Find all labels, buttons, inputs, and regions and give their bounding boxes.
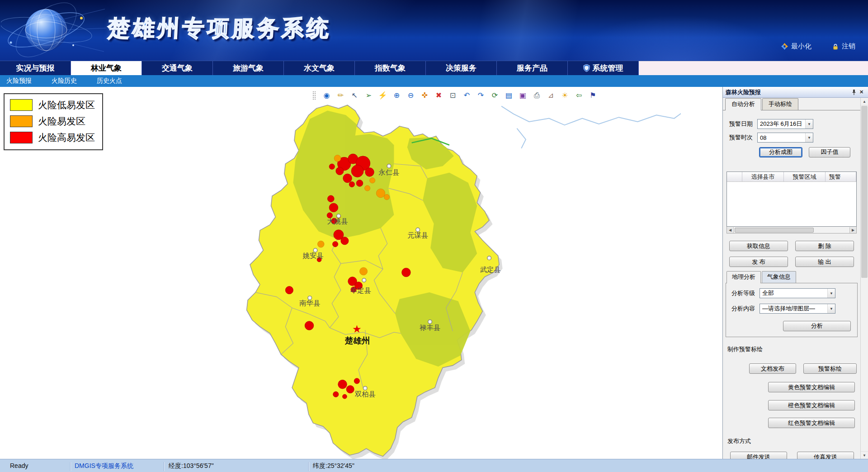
email-send-button[interactable]: 邮件发送 bbox=[730, 452, 787, 459]
tab-auto-analysis[interactable]: 自动分析 bbox=[725, 98, 761, 110]
horizontal-scroll-thumb[interactable] bbox=[735, 228, 814, 233]
table-header-warning[interactable]: 预警 bbox=[826, 172, 856, 181]
pencil-icon[interactable]: ✏ bbox=[336, 91, 345, 100]
tab-geo-analysis[interactable]: 地理分析 bbox=[726, 271, 761, 283]
panel-vertical-scrollbar[interactable]: ▲ ▼ bbox=[860, 98, 868, 459]
get-info-button[interactable]: 获取信息 bbox=[729, 241, 788, 251]
measure-icon[interactable]: ⊿ bbox=[546, 91, 556, 100]
doc-publish-button[interactable]: 文档发布 bbox=[749, 363, 796, 374]
status-bar: Ready DMGIS专项服务系统 经度:103°56'57" 纬度:25°32… bbox=[0, 459, 868, 472]
status-divider bbox=[308, 462, 309, 471]
full-extent-icon[interactable]: ⊡ bbox=[448, 91, 458, 100]
subtab-fire-risk-forecast[interactable]: 火险预报 bbox=[6, 77, 32, 85]
globe-icon[interactable]: ◉ bbox=[322, 91, 331, 100]
header-actions: 最小化 注销 bbox=[781, 42, 855, 51]
table-header-blank[interactable] bbox=[727, 172, 742, 181]
fax-send-button[interactable]: 传真发送 bbox=[797, 452, 854, 459]
layers-flag-icon[interactable]: ⚑ bbox=[588, 91, 598, 100]
lock-icon bbox=[832, 43, 839, 50]
close-icon[interactable]: ✕ bbox=[858, 88, 865, 96]
tab-live-forecast[interactable]: 实况与预报 bbox=[0, 61, 71, 75]
minimize-button[interactable]: 最小化 bbox=[781, 42, 811, 51]
toolbar-drag-handle[interactable] bbox=[313, 91, 316, 100]
warning-date-label: 预警日期 bbox=[729, 120, 757, 128]
vertical-scroll-thumb[interactable] bbox=[861, 106, 868, 278]
tab-service-products[interactable]: 服务产品 bbox=[497, 61, 568, 75]
previous-extent-icon[interactable]: ↶ bbox=[462, 91, 472, 100]
subtab-historical-fire-points[interactable]: 历史火点 bbox=[97, 77, 122, 85]
warning-table-body[interactable] bbox=[727, 182, 856, 227]
minimize-label: 最小化 bbox=[791, 42, 811, 51]
print-icon[interactable]: ⎙ bbox=[532, 91, 542, 100]
info-buttons-row: 获取信息 删 除 bbox=[723, 241, 860, 251]
yellow-warning-doc-button[interactable]: 黄色预警文档编辑 bbox=[768, 382, 855, 392]
app-header: 楚雄州专项服务系统 最小化 注销 bbox=[0, 0, 868, 61]
tab-traffic-weather[interactable]: 交通气象 bbox=[142, 61, 213, 75]
scroll-left-icon[interactable]: ◀ bbox=[727, 227, 734, 233]
image-icon[interactable]: ▣ bbox=[518, 91, 528, 100]
pan-icon[interactable]: ✜ bbox=[420, 91, 429, 100]
chevron-down-icon: ▼ bbox=[827, 289, 835, 298]
analyze-button[interactable]: 分析 bbox=[783, 321, 851, 331]
fire-risk-map[interactable]: 永仁县 大姚县 元谋县 姚安县 武定县 南华县 牟定县 禄丰县 双柏县 ★ 楚雄… bbox=[238, 100, 681, 459]
tab-manual-plot[interactable]: 手动标绘 bbox=[762, 98, 798, 110]
tab-forestry-weather[interactable]: 林业气象 bbox=[71, 61, 142, 75]
select-arrow-icon[interactable]: ➢ bbox=[364, 91, 373, 100]
warning-date-select[interactable]: 2023年 6月16日 ▼ bbox=[757, 119, 813, 129]
next-extent-icon[interactable]: ↷ bbox=[476, 91, 486, 100]
globe-logo-icon bbox=[1, 1, 106, 61]
stop-icon[interactable]: ✖ bbox=[434, 91, 443, 100]
warning-time-select[interactable]: 08 ▼ bbox=[757, 133, 813, 143]
county-label-yaoan: 姚安县 bbox=[302, 252, 324, 259]
map-area[interactable]: 火险低易发区 火险易发区 火险高易发区 ◉ ✏ ↖ ➢ ⚡ ⊕ bbox=[0, 87, 722, 459]
zoom-in-icon[interactable]: ⊕ bbox=[392, 91, 401, 100]
chart-icon[interactable]: ▤ bbox=[504, 91, 514, 100]
county-label-wuding: 武定县 bbox=[480, 266, 501, 273]
tab-system-management[interactable]: 系统管理 bbox=[568, 61, 639, 75]
send-buttons-row: 邮件发送 传真发送 bbox=[730, 452, 860, 459]
forest-fire-panel: 森林火险预报 ✕ 自动分析 手动标绘 预警日期 2023年 6月16日 bbox=[722, 87, 868, 459]
app-title: 楚雄州专项服务系统 bbox=[107, 14, 332, 43]
scroll-down-icon[interactable]: ▼ bbox=[861, 451, 868, 459]
analysis-content-value: —请选择地理图层— bbox=[762, 305, 815, 313]
tab-system-management-label: 系统管理 bbox=[593, 63, 623, 73]
tab-hydro-weather[interactable]: 水文气象 bbox=[284, 61, 355, 75]
status-system-link[interactable]: DMGIS专项服务系统 bbox=[75, 462, 133, 470]
scroll-up-icon[interactable]: ▲ bbox=[861, 98, 868, 105]
factor-value-button[interactable]: 因子值 bbox=[809, 147, 850, 157]
pin-icon[interactable] bbox=[850, 88, 858, 96]
analysis-content-select[interactable]: —请选择地理图层— ▼ bbox=[760, 304, 835, 314]
zoom-out-icon[interactable]: ⊖ bbox=[406, 91, 415, 100]
tab-index-weather[interactable]: 指数气象 bbox=[355, 61, 426, 75]
yellow-doc-row: 黄色预警文档编辑 bbox=[768, 382, 855, 392]
tab-weather-info[interactable]: 气象信息 bbox=[762, 271, 796, 283]
tab-decision-service[interactable]: 决策服务 bbox=[426, 61, 497, 75]
warning-time-row: 预警时次 08 ▼ bbox=[729, 132, 857, 143]
doc-plot-row: 文档发布 预警标绘 bbox=[749, 363, 860, 374]
tab-tourism-weather[interactable]: 旅游气象 bbox=[213, 61, 284, 75]
table-header-region[interactable]: 预警区域 bbox=[784, 172, 826, 181]
analysis-level-select[interactable]: 全部 ▼ bbox=[760, 288, 835, 298]
shield-icon bbox=[583, 64, 590, 72]
publish-button[interactable]: 发 布 bbox=[729, 257, 788, 267]
hotlink-icon[interactable]: ⚡ bbox=[378, 91, 387, 100]
logout-button[interactable]: 注销 bbox=[832, 42, 855, 51]
map-toolbar: ◉ ✏ ↖ ➢ ⚡ ⊕ ⊖ ✜ ✖ ⊡ ↶ ↷ ⟳ ▤ ▣ ⎙ ⊿ ☀ ⇦ ⚑ bbox=[313, 91, 598, 100]
warning-plot-button[interactable]: 预警标绘 bbox=[803, 363, 857, 374]
output-button[interactable]: 输 出 bbox=[795, 257, 854, 267]
plot-section-label: 制作预警标绘 bbox=[727, 345, 860, 353]
subtab-fire-risk-history[interactable]: 火险历史 bbox=[52, 77, 77, 85]
table-header-county[interactable]: 选择县市 bbox=[742, 172, 784, 181]
analyze-map-button[interactable]: 分析成图 bbox=[759, 147, 802, 157]
scroll-right-icon[interactable]: ▶ bbox=[849, 227, 856, 233]
main-nav: 实况与预报 林业气象 交通气象 旅游气象 水文气象 指数气象 决策服务 服务产品… bbox=[0, 61, 868, 75]
delete-button[interactable]: 删 除 bbox=[795, 241, 854, 251]
identify-cursor-icon[interactable]: ↖ bbox=[350, 91, 359, 100]
publish-method-label: 发布方式 bbox=[727, 437, 860, 445]
refresh-icon[interactable]: ⟳ bbox=[490, 91, 500, 100]
orange-warning-doc-button[interactable]: 橙色预警文档编辑 bbox=[768, 400, 855, 410]
red-warning-doc-button[interactable]: 红色预警文档编辑 bbox=[768, 418, 855, 428]
bulb-icon[interactable]: ☀ bbox=[560, 91, 570, 100]
back-icon[interactable]: ⇦ bbox=[574, 91, 584, 100]
table-horizontal-scrollbar[interactable]: ◀ ▶ bbox=[726, 227, 857, 234]
